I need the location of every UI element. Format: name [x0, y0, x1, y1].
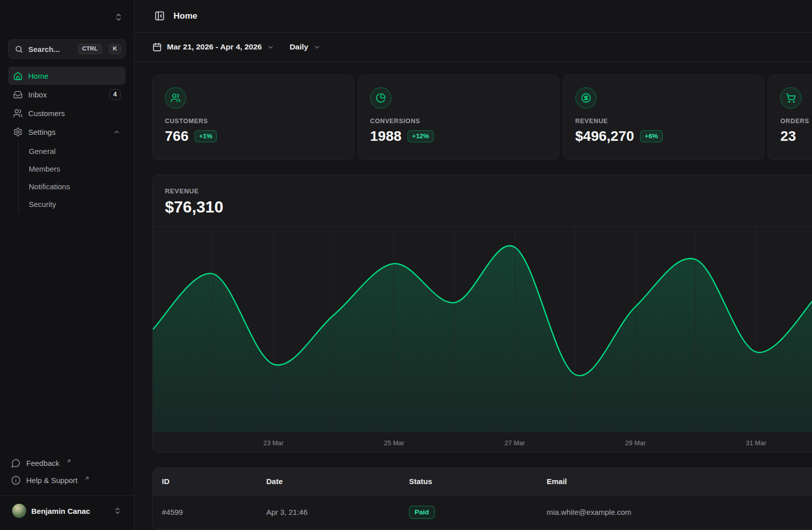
search-input[interactable]: Search... CTRL K: [8, 39, 126, 59]
stat-card-orders[interactable]: ORDERS 23: [768, 75, 812, 160]
sidebar-divider: [0, 495, 134, 496]
app-root: Search... CTRL K Home Inbox 4: [0, 0, 812, 530]
column-header-id[interactable]: ID: [153, 468, 257, 495]
status-badge: Paid: [409, 506, 435, 519]
sidebar-collapse-button[interactable]: [111, 10, 126, 24]
column-header-date[interactable]: Date: [257, 468, 400, 495]
sidebar-item-security[interactable]: Security: [21, 195, 126, 213]
help-support-link[interactable]: Help & Support: [8, 472, 126, 488]
column-header-status[interactable]: Status: [400, 468, 538, 495]
info-circle-icon: [11, 475, 21, 485]
svg-text:31 Mar: 31 Mar: [746, 439, 767, 447]
chart-total-value: $76,310: [165, 198, 812, 217]
main-area: Home Mar 21, 2026 - Apr 4, 2026 Daily: [134, 0, 812, 530]
sidebar-footer: Feedback Help & Support: [8, 455, 126, 488]
date-range-picker[interactable]: Mar 21, 2026 - Apr 4, 2026: [152, 42, 274, 52]
settings-subnav: General Members Notifications Security: [18, 142, 126, 213]
stat-value: 23: [780, 128, 796, 144]
period-select[interactable]: Daily: [289, 42, 321, 51]
stat-label: ORDERS: [780, 118, 812, 125]
external-link-icon: [66, 458, 72, 464]
inbox-icon: [13, 90, 23, 99]
column-header-email[interactable]: Email: [538, 468, 812, 495]
stat-value: 766: [165, 128, 189, 144]
gear-icon: [13, 127, 23, 137]
home-icon: [13, 71, 23, 81]
table-header-row: ID Date Status Email: [153, 468, 812, 495]
svg-text:25 Mar: 25 Mar: [384, 439, 404, 447]
sidebar-item-inbox[interactable]: Inbox 4: [8, 85, 126, 103]
sidebar-item-home[interactable]: Home: [8, 67, 126, 85]
chevron-down-icon: [267, 43, 274, 51]
stat-label: CONVERSIONS: [370, 118, 547, 125]
chevrons-up-down-icon: [114, 13, 123, 22]
stat-card-revenue[interactable]: REVENUE $496,270 +6%: [563, 75, 765, 160]
chevrons-up-down-icon: [113, 507, 122, 515]
sidebar-top: [8, 8, 126, 26]
table-row[interactable]: #4599 Apr 3, 21:46 Paid mia.white@exampl…: [153, 495, 812, 529]
stat-label: REVENUE: [575, 118, 752, 125]
inbox-count-badge: 4: [109, 89, 121, 100]
sidebar-item-label: Inbox: [28, 90, 47, 99]
search-icon: [15, 45, 23, 54]
feedback-link[interactable]: Feedback: [8, 455, 126, 471]
filter-bar: Mar 21, 2026 - Apr 4, 2026 Daily: [134, 33, 812, 62]
top-bar: Home: [134, 0, 812, 33]
calendar-icon: [152, 42, 162, 52]
page-title: Home: [173, 11, 197, 21]
stats-grid: CUSTOMERS 766 +1% CONVERSIONS 1988 +12%: [152, 75, 812, 160]
svg-text:27 Mar: 27 Mar: [504, 439, 525, 447]
sidebar-item-label: Home: [28, 72, 48, 80]
sidebar-item-notifications[interactable]: Notifications: [21, 178, 126, 195]
user-name: Benjamin Canac: [31, 507, 108, 515]
users-icon: [13, 109, 23, 118]
sidebar-item-label: Settings: [28, 128, 55, 136]
message-circle-icon: [11, 458, 21, 468]
svg-text:29 Mar: 29 Mar: [625, 439, 646, 447]
feedback-label: Feedback: [26, 459, 60, 467]
user-menu-button[interactable]: Benjamin Canac: [8, 500, 126, 522]
chevron-up-icon: [113, 128, 121, 136]
cell-date: Apr 3, 21:46: [257, 495, 400, 529]
panel-collapse-button[interactable]: [152, 9, 166, 23]
search-placeholder: Search...: [28, 45, 73, 54]
stat-delta-badge: +1%: [195, 130, 217, 142]
chart-title: REVENUE: [165, 187, 812, 195]
cell-id: #4599: [153, 495, 257, 529]
cell-email: mia.white@example.com: [538, 495, 812, 529]
period-label: Daily: [289, 42, 308, 51]
date-range-label: Mar 21, 2026 - Apr 4, 2026: [167, 42, 262, 51]
stat-card-customers[interactable]: CUSTOMERS 766 +1%: [152, 75, 354, 160]
svg-text:23 Mar: 23 Mar: [263, 439, 284, 447]
stat-delta-badge: +6%: [640, 130, 662, 142]
stat-value: $496,270: [575, 128, 634, 144]
sidebar-nav: Home Inbox 4 Customers Settings: [8, 67, 126, 213]
sidebar-item-settings[interactable]: Settings: [8, 123, 126, 141]
stat-card-conversions[interactable]: CONVERSIONS 1988 +12%: [358, 75, 559, 160]
sidebar-item-members[interactable]: Members: [21, 160, 126, 178]
sidebar-item-label: Customers: [28, 109, 65, 118]
revenue-chart-card: REVENUE $76,310 23 Mar25 Mar27 Mar29 Mar…: [152, 175, 812, 453]
sidebar-item-general[interactable]: General: [21, 142, 126, 160]
revenue-area-chart[interactable]: 23 Mar25 Mar27 Mar29 Mar31 Mar: [153, 227, 812, 452]
stat-label: CUSTOMERS: [165, 118, 341, 125]
page-content: CUSTOMERS 766 +1% CONVERSIONS 1988 +12%: [134, 62, 812, 530]
panel-left-close-icon: [154, 11, 165, 21]
avatar: [12, 504, 26, 518]
sidebar: Search... CTRL K Home Inbox 4: [0, 0, 134, 530]
users-icon: [165, 87, 186, 109]
orders-table: ID Date Status Email #4599 Apr 3, 21:46 …: [153, 468, 812, 529]
sidebar-item-customers[interactable]: Customers: [8, 104, 126, 122]
stat-value: 1988: [370, 128, 401, 144]
shopping-cart-icon: [780, 87, 801, 109]
external-link-icon: [84, 475, 90, 481]
kbd-k: K: [109, 44, 121, 54]
chevron-down-icon: [313, 43, 321, 51]
stat-delta-badge: +12%: [408, 130, 434, 142]
help-support-label: Help & Support: [26, 476, 78, 485]
kbd-ctrl: CTRL: [78, 44, 102, 54]
dollar-circle-icon: [575, 87, 597, 109]
pie-chart-icon: [370, 87, 391, 109]
orders-table-card: ID Date Status Email #4599 Apr 3, 21:46 …: [152, 467, 812, 530]
